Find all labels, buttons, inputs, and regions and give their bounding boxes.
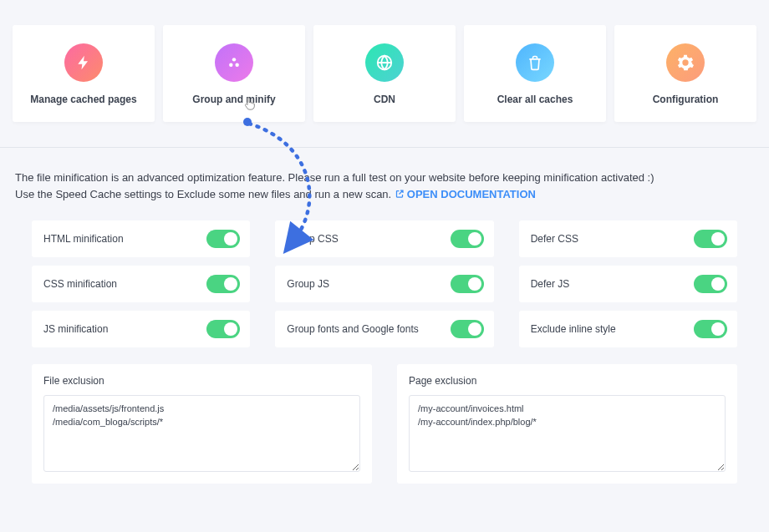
toggle-html-minification: HTML minification	[32, 220, 250, 257]
toggle-defer-css: Defer CSS	[519, 220, 737, 257]
open-documentation-link[interactable]: OPEN DOCUMENTATION	[395, 188, 536, 200]
file-exclusion-title: File exclusion	[32, 364, 372, 395]
file-exclusion-card: File exclusion	[32, 364, 372, 484]
globe-icon	[365, 43, 404, 82]
trash-icon	[516, 43, 554, 82]
toggle-label: Group JS	[287, 278, 329, 290]
svg-point-1	[229, 63, 232, 67]
tab-label: Manage cached pages	[19, 94, 148, 105]
toggle-switch[interactable]	[694, 320, 727, 338]
toggle-js-minification: JS minification	[32, 311, 250, 347]
page-exclusion-textarea[interactable]	[409, 395, 726, 472]
toggle-css-minification: CSS minification	[32, 266, 250, 302]
tab-clear-all-caches[interactable]: Clear all caches	[464, 25, 606, 122]
tab-label: Configuration	[621, 94, 750, 105]
toggle-label: Defer CSS	[531, 233, 578, 245]
gear-icon	[666, 43, 705, 82]
toggle-switch[interactable]	[451, 230, 484, 248]
svg-point-2	[235, 63, 238, 67]
page-exclusion-title: Page exclusion	[397, 364, 737, 395]
tab-group-and-minify[interactable]: Group and minify	[163, 25, 305, 122]
toggle-group-fonts: Group fonts and Google fonts	[275, 311, 493, 347]
file-exclusion-textarea[interactable]	[43, 395, 360, 472]
exclusion-row: File exclusion Page exclusion	[0, 347, 769, 484]
cluster-icon	[215, 43, 253, 82]
toggle-label: Exclude inline style	[531, 323, 616, 335]
toggle-switch[interactable]	[451, 275, 484, 293]
bolt-icon	[64, 43, 103, 82]
notice-text: The file minification is an advanced opt…	[0, 148, 769, 220]
toggle-switch[interactable]	[694, 230, 727, 248]
notice-line2: Use the Speed Cache settings to Exclude …	[15, 186, 754, 204]
toggle-defer-js: Defer JS	[519, 266, 737, 302]
external-link-icon	[395, 187, 405, 204]
toggle-switch[interactable]	[206, 275, 240, 293]
toggle-switch[interactable]	[694, 275, 727, 293]
tab-label: Clear all caches	[471, 94, 599, 105]
toggle-label: Defer JS	[531, 278, 570, 290]
svg-point-0	[232, 58, 236, 61]
toggle-group-css: Group CSS	[275, 220, 493, 257]
toggle-label: CSS minification	[43, 278, 117, 290]
toggle-label: Group fonts and Google fonts	[287, 323, 418, 335]
tab-configuration[interactable]: Configuration	[614, 25, 756, 122]
toggle-grid: HTML minification Group CSS Defer CSS CS…	[0, 220, 769, 347]
toggle-label: Group CSS	[287, 233, 338, 245]
tab-manage-cached-pages[interactable]: Manage cached pages	[13, 25, 155, 122]
tab-label: CDN	[320, 94, 449, 105]
tabs-row: Manage cached pages Group and minify CDN…	[0, 0, 769, 147]
tab-cdn[interactable]: CDN	[313, 25, 456, 122]
tab-label: Group and minify	[170, 94, 298, 105]
toggle-label: HTML minification	[43, 233, 124, 245]
notice-line1: The file minification is an advanced opt…	[15, 170, 754, 186]
toggle-switch[interactable]	[451, 320, 484, 338]
toggle-group-js: Group JS	[275, 266, 493, 302]
toggle-switch[interactable]	[206, 230, 240, 248]
toggle-label: JS minification	[43, 323, 108, 335]
toggle-switch[interactable]	[206, 320, 240, 338]
toggle-exclude-inline-style: Exclude inline style	[519, 311, 737, 347]
page-exclusion-card: Page exclusion	[397, 364, 737, 484]
